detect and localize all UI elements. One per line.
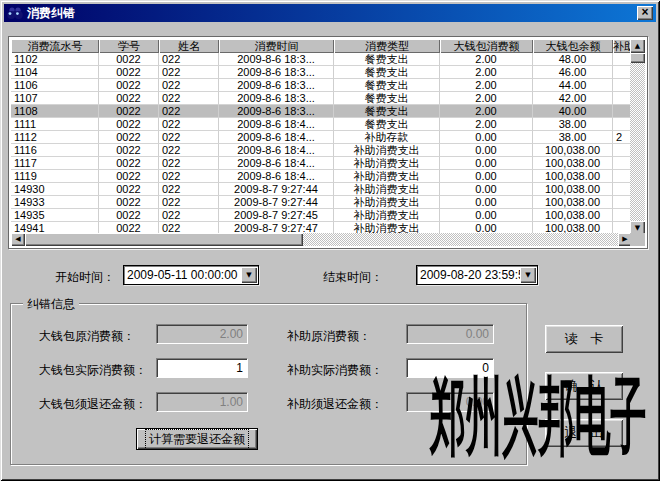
wallet-refund-label: 大钱包须退还金额：: [39, 396, 147, 413]
table-cell: 2009-8-6 18:3...: [219, 79, 334, 92]
column-header[interactable]: 大钱包消费额: [440, 39, 533, 53]
table-row[interactable]: 111700220222009-8-6 18:4...补助消费支出0.00100…: [11, 157, 632, 170]
read-card-button[interactable]: 读 卡: [545, 325, 623, 353]
table-cell: 022: [159, 209, 219, 222]
start-time-combobox[interactable]: 2009-05-11 00:00:00 ▼: [123, 265, 259, 285]
horizontal-scrollbar[interactable]: ◀ ▶: [11, 233, 632, 246]
exit-button[interactable]: 退 出: [545, 419, 623, 447]
table-cell: 补助消费支出: [334, 170, 440, 183]
vertical-scrollbar[interactable]: ▲ ▼: [630, 39, 645, 235]
horizontal-scrollbar-thumb[interactable]: [25, 233, 303, 246]
table-cell: 补助消费支出: [334, 209, 440, 222]
table-cell: 0022: [99, 66, 159, 79]
end-time-label: 结束时间：: [323, 269, 383, 286]
wallet-original-field: [156, 324, 248, 344]
table-cell: 餐费支出: [334, 79, 440, 92]
table-cell: 022: [159, 196, 219, 209]
table-row[interactable]: 1493500220222009-8-7 9:27:45补助消费支出0.0010…: [11, 209, 632, 222]
table-cell: 1112: [11, 131, 99, 144]
table-body: 110200220222009-8-6 18:3...餐费支出2.0048.00…: [11, 53, 632, 235]
confirm-button[interactable]: 确 认: [545, 372, 623, 400]
table-cell: 2009-8-7 9:27:44: [219, 196, 334, 209]
table-cell: 0022: [99, 157, 159, 170]
start-time-value: 2009-05-11 00:00:00: [124, 268, 241, 282]
calculate-refund-label: 计算需要退还金额: [145, 429, 249, 450]
table-row[interactable]: 111200220222009-8-6 18:4...补助存款0.0038.00…: [11, 131, 632, 144]
table-cell: 2.00: [440, 79, 533, 92]
table-cell: 1111: [11, 118, 99, 131]
column-header[interactable]: 消费类型: [334, 39, 440, 53]
end-time-value: 2009-08-20 23:59:59: [417, 268, 520, 282]
table-cell: 48.00: [533, 53, 613, 66]
scroll-up-icon[interactable]: ▲: [630, 39, 645, 53]
table-cell: 022: [159, 118, 219, 131]
table-cell: 1119: [11, 170, 99, 183]
table-cell: 0022: [99, 209, 159, 222]
table-cell: 1117: [11, 157, 99, 170]
table-cell: 14933: [11, 196, 99, 209]
table-cell: 022: [159, 183, 219, 196]
close-button[interactable]: ×: [637, 6, 653, 20]
table-cell: 14935: [11, 209, 99, 222]
binoculars-icon: [7, 6, 23, 20]
subsidy-refund-label: 补助须退还金额：: [287, 396, 383, 413]
scrollbar-corner: [630, 233, 645, 246]
table-row[interactable]: 111600220222009-8-6 18:4...补助消费支出0.00100…: [11, 144, 632, 157]
wallet-refund-field: [156, 392, 248, 412]
scroll-left-icon[interactable]: ◀: [11, 233, 25, 246]
table-cell: 0022: [99, 170, 159, 183]
subsidy-actual-label: 补助实际消费额：: [287, 362, 383, 379]
group-legend: 纠错信息: [23, 296, 79, 313]
horizontal-scrollbar-track[interactable]: [303, 233, 618, 246]
table-cell: 0.00: [440, 209, 533, 222]
table-cell: 1108: [11, 105, 99, 118]
table-cell: 餐费支出: [334, 53, 440, 66]
table-row[interactable]: 1493000220222009-8-7 9:27:44补助消费支出0.0010…: [11, 183, 632, 196]
table-row[interactable]: 110200220222009-8-6 18:3...餐费支出2.0048.00: [11, 53, 632, 66]
column-header[interactable]: 姓名: [159, 39, 219, 53]
table-row[interactable]: 110600220222009-8-6 18:3...餐费支出2.0044.00: [11, 79, 632, 92]
table-cell: 2.00: [440, 118, 533, 131]
vertical-scrollbar-thumb[interactable]: [630, 53, 645, 63]
column-header[interactable]: 学号: [99, 39, 159, 53]
table-row[interactable]: 110700220222009-8-6 18:3...餐费支出2.0042.00: [11, 92, 632, 105]
column-header[interactable]: 消费时间: [219, 39, 334, 53]
table-cell: 1106: [11, 79, 99, 92]
table-cell: 2009-8-6 18:4...: [219, 157, 334, 170]
table-row[interactable]: 110400220222009-8-6 18:3...餐费支出2.0046.00: [11, 66, 632, 79]
table-row[interactable]: 1493300220222009-8-7 9:27:44补助消费支出0.0010…: [11, 196, 632, 209]
table-cell: 022: [159, 53, 219, 66]
table-cell: 022: [159, 131, 219, 144]
table-cell: 0.00: [440, 131, 533, 144]
vertical-scrollbar-track[interactable]: [630, 63, 645, 221]
calculate-refund-button[interactable]: 计算需要退还金额: [136, 428, 258, 450]
column-header[interactable]: 大钱包余额: [533, 39, 613, 53]
subsidy-original-field: [406, 324, 494, 344]
chevron-down-icon[interactable]: ▼: [520, 267, 536, 283]
table-cell: 餐费支出: [334, 105, 440, 118]
subsidy-actual-field[interactable]: [406, 358, 494, 378]
table-cell: 022: [159, 92, 219, 105]
table-cell: 2009-8-6 18:4...: [219, 144, 334, 157]
table-cell: 2009-8-6 18:3...: [219, 53, 334, 66]
column-header[interactable]: 消费流水号: [11, 39, 99, 53]
table-cell: 补助消费支出: [334, 157, 440, 170]
table-cell: 1107: [11, 92, 99, 105]
start-time-label: 开始时间：: [55, 269, 115, 286]
table-cell: 补助存款: [334, 131, 440, 144]
table-cell: 0.00: [440, 144, 533, 157]
end-time-combobox[interactable]: 2009-08-20 23:59:59 ▼: [416, 265, 538, 285]
table-cell: 1102: [11, 53, 99, 66]
table-cell: 022: [159, 157, 219, 170]
table-cell: 14930: [11, 183, 99, 196]
table-row[interactable]: 110800220222009-8-6 18:3...餐费支出2.0040.00: [11, 105, 632, 118]
table-cell: 40.00: [533, 105, 613, 118]
table-row[interactable]: 111900220222009-8-6 18:4...补助消费支出0.00100…: [11, 170, 632, 183]
wallet-actual-field[interactable]: [156, 358, 248, 378]
table-cell: 38.00: [533, 118, 613, 131]
table-cell: 2009-8-7 9:27:45: [219, 209, 334, 222]
chevron-down-icon[interactable]: ▼: [241, 267, 257, 283]
table-cell: 2009-8-7 9:27:44: [219, 183, 334, 196]
table-row[interactable]: 111100220222009-8-6 18:4...餐费支出2.0038.00: [11, 118, 632, 131]
table-cell: 0022: [99, 183, 159, 196]
